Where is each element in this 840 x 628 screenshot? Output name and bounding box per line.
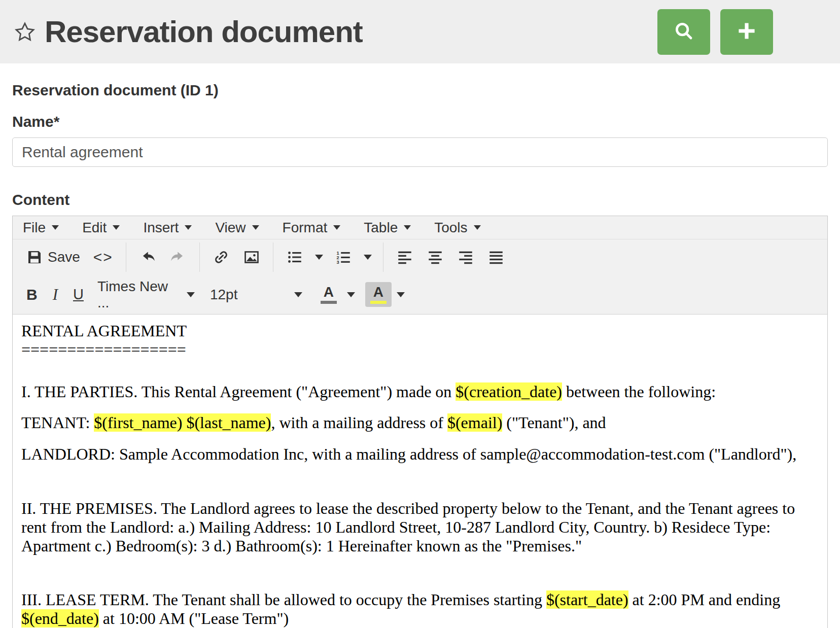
text-run: III. LEASE TERM. The Tenant shall be all… (21, 590, 546, 609)
font-family-select[interactable]: Times New ... (90, 281, 203, 309)
redo-button[interactable] (163, 243, 193, 271)
toolbar-divider (199, 242, 200, 272)
header-actions (657, 9, 827, 55)
svg-text:3: 3 (336, 260, 339, 265)
insert-link-button[interactable] (206, 243, 236, 271)
placeholder-token: $(first_name) $(last_name) (94, 413, 271, 432)
align-right-button[interactable] (450, 243, 481, 271)
text-color-icon: A (324, 285, 334, 299)
align-center-button[interactable] (420, 243, 450, 271)
chevron-down-icon (294, 292, 302, 297)
record-title: Reservation document (ID 1) (12, 82, 828, 99)
background-color-dropdown-icon[interactable] (397, 292, 405, 297)
text-run: Apartment c.) Bedroom(s): 3 d.) Bathroom… (21, 537, 582, 555)
bullet-list-dropdown-icon[interactable] (315, 255, 323, 260)
editor-content-area[interactable]: RENTAL AGREEMENT==================I. THE… (13, 315, 827, 628)
chevron-down-icon (404, 225, 411, 230)
menu-tools[interactable]: Tools (434, 220, 480, 236)
search-button[interactable] (657, 9, 710, 55)
menu-file[interactable]: File (23, 220, 59, 236)
menu-edit-label: Edit (82, 220, 107, 236)
font-size-value: 12pt (210, 287, 238, 303)
text-run: LANDLORD: Sample Accommodation Inc, with… (21, 445, 796, 463)
link-icon (213, 249, 230, 266)
content-label: Content (12, 191, 828, 208)
justify-icon (487, 249, 505, 266)
text-run: , with a mailing address of (271, 413, 447, 432)
chevron-down-icon (474, 225, 481, 230)
placeholder-token: $(start_date) (546, 590, 628, 609)
toolbar-divider (383, 242, 383, 272)
editor-menubar: File Edit Insert View Format (13, 216, 827, 239)
text-color-button[interactable]: A (316, 282, 342, 307)
favorite-star-icon[interactable] (13, 20, 37, 44)
required-marker: * (54, 113, 60, 130)
paragraph: RENTAL AGREEMENT================== (21, 322, 819, 359)
text-run: ("Tenant"), and (502, 413, 606, 432)
align-right-icon (457, 249, 474, 266)
menu-table-label: Table (364, 220, 398, 236)
page: Reservation document Reservatio (0, 0, 840, 628)
text-run: at 10:00 AM ("Lease Term") (99, 609, 289, 627)
menu-view-label: View (215, 220, 246, 236)
numbered-list-button[interactable]: 123 (328, 243, 359, 271)
align-left-icon (396, 249, 413, 266)
name-label: Name* (12, 113, 828, 130)
redo-icon (169, 249, 187, 266)
menu-view[interactable]: View (215, 220, 259, 236)
text-run: rent from the Landlord: a.) Mailing Addr… (21, 518, 771, 536)
bullet-list-button[interactable] (279, 243, 310, 271)
toolbar-divider (273, 242, 273, 272)
menu-tools-label: Tools (434, 220, 467, 236)
font-size-select[interactable]: 12pt (203, 281, 310, 309)
main-content: Reservation document (ID 1) Name* Conten… (0, 82, 840, 628)
text-run: ================== (21, 340, 186, 359)
paragraph: III. LEASE TERM. The Tenant shall be all… (21, 590, 819, 628)
header: Reservation document (0, 0, 840, 63)
source-code-button[interactable]: <> (87, 243, 120, 271)
text-color-dropdown-icon[interactable] (347, 292, 355, 297)
menu-table[interactable]: Table (364, 220, 411, 236)
menu-insert[interactable]: Insert (143, 220, 192, 236)
chevron-down-icon (113, 225, 120, 230)
background-color-swatch (370, 301, 387, 304)
underline-icon: U (73, 286, 84, 303)
paragraph: I. THE PARTIES. This Rental Agreement ("… (21, 382, 819, 401)
bold-icon: B (26, 286, 38, 303)
text-run: between the following: (562, 382, 716, 401)
background-color-button[interactable]: A (365, 282, 392, 307)
text-run: II. THE PREMISES. The Landlord agrees to… (21, 499, 795, 517)
save-button[interactable]: Save (20, 243, 87, 271)
text-run: at 2:00 PM and ending (628, 590, 781, 609)
undo-button[interactable] (132, 243, 163, 271)
insert-image-button[interactable] (236, 243, 267, 271)
text-run: I. THE PARTIES. This Rental Agreement ("… (21, 382, 456, 401)
menu-format[interactable]: Format (283, 220, 341, 236)
page-title: Reservation document (45, 14, 363, 49)
rich-text-editor: File Edit Insert View Format (12, 216, 828, 628)
text-run: TENANT: (21, 413, 94, 432)
text-color-swatch (321, 301, 337, 304)
image-icon (243, 249, 260, 266)
chevron-down-icon (252, 225, 259, 230)
chevron-down-icon (333, 225, 340, 230)
paragraph: TENANT: $(first_name) $(last_name), with… (21, 413, 819, 432)
menu-edit[interactable]: Edit (82, 220, 120, 236)
toolbar-divider (126, 242, 126, 272)
justify-button[interactable] (481, 243, 511, 271)
name-input[interactable] (12, 137, 828, 167)
menu-insert-label: Insert (143, 220, 179, 236)
font-family-value: Times New ... (97, 278, 182, 311)
name-label-text: Name (12, 113, 54, 130)
plus-icon (734, 19, 759, 45)
numbered-list-dropdown-icon[interactable] (364, 255, 372, 260)
add-button[interactable] (720, 9, 773, 55)
menu-format-label: Format (283, 220, 328, 236)
italic-button[interactable]: I (44, 281, 66, 309)
chevron-down-icon (185, 225, 192, 230)
underline-button[interactable]: U (66, 281, 90, 309)
align-left-button[interactable] (390, 243, 420, 271)
menu-file-label: File (23, 220, 46, 236)
bold-button[interactable]: B (20, 281, 44, 309)
code-icon: <> (93, 249, 113, 266)
